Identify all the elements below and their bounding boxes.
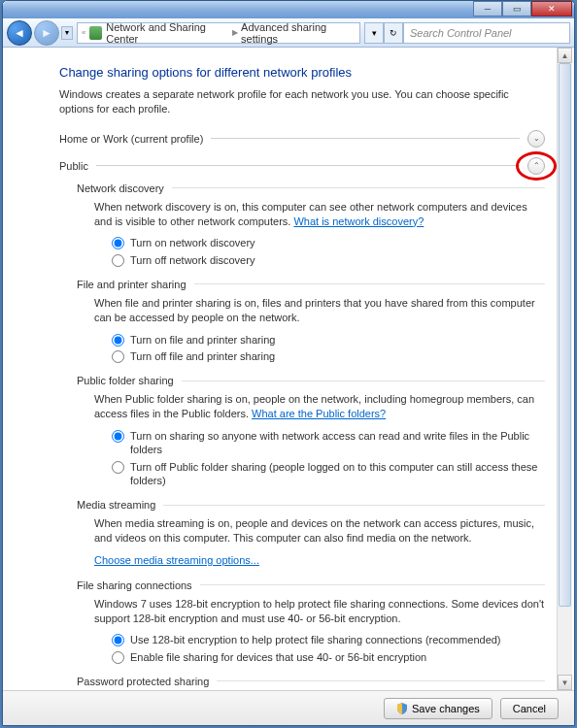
section-file-printer-sharing: File and printer sharing When file and p…: [77, 279, 545, 363]
profile-public-header[interactable]: Public ⌃: [59, 157, 545, 175]
footer: Save changes Cancel: [3, 690, 574, 725]
scroll-thumb[interactable]: [559, 63, 571, 607]
chevron-left-icon: «: [82, 28, 85, 37]
section-title: Password protected sharing: [77, 676, 209, 687]
section-description: When network discovery is on, this compu…: [94, 200, 545, 229]
forward-button[interactable]: ►: [34, 20, 59, 46]
scrollbar[interactable]: ▲ ▼: [557, 48, 572, 690]
minimize-button[interactable]: ─: [473, 1, 502, 17]
section-password-protected-sharing: Password protected sharing When password…: [77, 676, 545, 690]
radio-fileconn-40[interactable]: Enable file sharing for devices that use…: [112, 650, 545, 664]
search-placeholder: Search Control Panel: [410, 27, 512, 39]
close-button[interactable]: ✕: [531, 1, 572, 17]
page-title: Change sharing options for different net…: [59, 65, 545, 80]
profile-public-label: Public: [59, 160, 88, 172]
section-file-sharing-connections: File sharing connections Windows 7 uses …: [77, 579, 545, 664]
refresh-button[interactable]: ↻: [384, 22, 403, 44]
section-description: When Public folder sharing is on, people…: [94, 392, 545, 421]
cancel-label: Cancel: [513, 703, 546, 714]
radio-fileprint-off[interactable]: Turn off file and printer sharing: [112, 349, 545, 363]
shield-icon: [396, 703, 408, 714]
breadcrumb-current[interactable]: Advanced sharing settings: [241, 21, 356, 45]
content-area: Change sharing options for different net…: [3, 48, 574, 690]
radio-netdisc-on[interactable]: Turn on network discovery: [112, 236, 545, 249]
nav-history-dropdown[interactable]: ▼: [61, 26, 73, 40]
link-public-folders[interactable]: What are the Public folders?: [252, 408, 386, 419]
search-input[interactable]: Search Control Panel: [403, 22, 570, 44]
control-panel-window: ─ ▭ ✕ ◄ ► ▼ « Network and Sharing Center…: [2, 0, 575, 726]
section-description: When media streaming is on, people and d…: [94, 516, 545, 546]
section-title: File and printer sharing: [77, 279, 187, 290]
section-description: Windows 7 uses 128-bit encryption to hel…: [94, 597, 545, 626]
radio-netdisc-off[interactable]: Turn off network discovery: [112, 253, 545, 267]
section-network-discovery: Network discovery When network discovery…: [77, 182, 545, 267]
section-public-folder-sharing: Public folder sharing When Public folder…: [77, 375, 545, 487]
radio-fileconn-128[interactable]: Use 128-bit encryption to help protect f…: [112, 633, 545, 646]
titlebar: ─ ▭ ✕: [3, 1, 574, 18]
divider: [211, 138, 520, 139]
radio-pubfolder-off[interactable]: Turn off Public folder sharing (people l…: [112, 460, 545, 488]
scroll-down-button[interactable]: ▼: [558, 675, 572, 690]
radio-fileprint-on[interactable]: Turn on file and printer sharing: [112, 333, 545, 347]
page-description: Windows creates a separate network profi…: [59, 87, 545, 116]
section-title: Network discovery: [77, 182, 164, 194]
save-label: Save changes: [412, 703, 480, 714]
radio-pubfolder-on[interactable]: Turn on sharing so anyone with network a…: [112, 429, 545, 457]
chevron-up-icon[interactable]: ⌃: [527, 157, 545, 175]
address-dropdown[interactable]: ▾: [364, 22, 384, 44]
link-media-streaming-options[interactable]: Choose media streaming options...: [94, 554, 259, 566]
back-button[interactable]: ◄: [7, 20, 32, 46]
breadcrumb-parent[interactable]: Network and Sharing Center: [106, 21, 229, 45]
address-bar[interactable]: « Network and Sharing Center ▶ Advanced …: [77, 22, 360, 44]
profile-home-label: Home or Work (current profile): [59, 133, 203, 145]
section-title: File sharing connections: [77, 579, 192, 591]
divider: [96, 165, 520, 166]
breadcrumb-separator-icon: ▶: [232, 28, 238, 37]
chevron-down-icon[interactable]: ⌄: [527, 130, 545, 148]
scroll-up-button[interactable]: ▲: [558, 48, 572, 63]
save-changes-button[interactable]: Save changes: [384, 698, 492, 719]
cancel-button[interactable]: Cancel: [500, 698, 559, 719]
section-media-streaming: Media streaming When media streaming is …: [77, 499, 545, 568]
maximize-button[interactable]: ▭: [502, 1, 531, 17]
section-title: Media streaming: [77, 499, 155, 511]
link-what-is-network-discovery[interactable]: What is network discovery?: [293, 215, 424, 227]
control-panel-icon: [89, 26, 102, 40]
profile-home-header[interactable]: Home or Work (current profile) ⌄: [59, 130, 545, 148]
section-title: Public folder sharing: [77, 375, 174, 386]
navbar: ◄ ► ▼ « Network and Sharing Center ▶ Adv…: [3, 18, 574, 48]
section-description: When file and printer sharing is on, fil…: [94, 296, 545, 325]
